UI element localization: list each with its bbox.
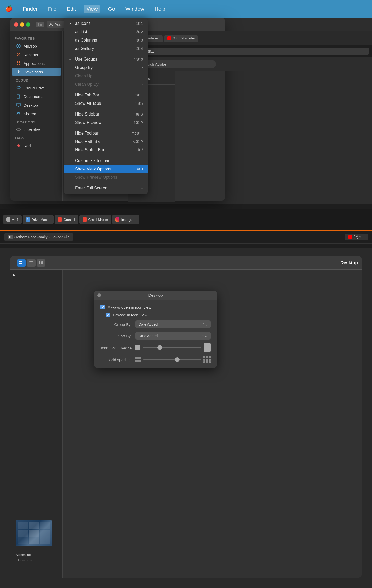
sidebar-toggle-button[interactable] — [36, 22, 44, 27]
svg-rect-7 — [17, 61, 18, 63]
menu-item-show-all-tabs[interactable]: Show All Tabs ⇧⌘ \ — [64, 99, 148, 108]
icon-size-row: Icon size: 64×64 — [100, 343, 211, 352]
sidebar-item-downloads[interactable]: Downloads — [12, 68, 61, 76]
menu-hide-status-bar-label: Hide Status Bar — [75, 148, 104, 152]
menu-item-show-preview[interactable]: Show Preview ⇧⌘ P — [64, 118, 148, 127]
browse-icon-label: Browse in icon view — [113, 313, 147, 317]
view-columns-button[interactable] — [37, 259, 45, 267]
menu-item-as-list[interactable]: as List ⌘ 2 — [64, 28, 148, 36]
recents-icon — [16, 52, 21, 57]
tab-drive-maxim[interactable]: D Drive Maxim — [23, 215, 54, 224]
sidebar-item-applications[interactable]: Applications — [12, 59, 61, 67]
group-by-value: Date Added — [139, 322, 158, 326]
sidebar-item-red-tag[interactable]: Red — [12, 141, 61, 150]
minimize-button[interactable] — [20, 22, 24, 27]
dialog-close-button[interactable] — [97, 293, 101, 297]
close-button[interactable] — [14, 22, 18, 27]
menu-finder[interactable]: Finder — [21, 5, 40, 13]
always-open-checkbox[interactable] — [100, 305, 105, 309]
separator-1 — [64, 54, 148, 54]
menu-go[interactable]: Go — [106, 5, 117, 13]
tab-instagram-label: Instagram — [121, 218, 136, 222]
dafont-tab-label: Gotham Font Family - DaFont File — [14, 235, 70, 239]
menu-item-group-by[interactable]: Group By › — [64, 64, 148, 72]
sidebar-item-recents[interactable]: Recents — [12, 50, 61, 59]
no-checkmark2 — [69, 38, 73, 43]
sidebar-desktop-label: Desktop — [24, 103, 38, 107]
menu-show-view-options-label: Show View Options — [75, 167, 111, 171]
documents-icon — [16, 94, 21, 99]
separator-3 — [64, 109, 148, 109]
menu-as-columns-label: as Columns — [75, 38, 97, 43]
tab-instagram[interactable]: Instagram — [112, 215, 139, 224]
svg-rect-24 — [21, 263, 22, 264]
screenshot-thumbnail[interactable] — [16, 520, 52, 546]
menu-file[interactable]: File — [46, 5, 59, 13]
sidebar-item-documents[interactable]: Documents — [12, 92, 61, 101]
tab-youtube[interactable]: (135) YouTube — [164, 35, 198, 42]
menu-as-list-label: as List — [75, 30, 87, 34]
sidebar-item-icloud-drive[interactable]: iCloud Drive — [12, 84, 61, 92]
menu-item-as-columns[interactable]: as Columns ⌘ 3 — [64, 36, 148, 44]
menu-hide-sidebar-shortcut: ⌃⌘ S — [133, 112, 143, 116]
menu-hide-status-shortcut: ⌘ / — [137, 148, 143, 152]
grid-slider-thumb-icon[interactable] — [175, 357, 180, 362]
view-icons-button[interactable] — [17, 259, 26, 267]
svg-rect-21 — [19, 261, 21, 262]
grid-spacing-slider[interactable] — [143, 359, 201, 360]
menu-item-use-groups[interactable]: ✓ Use Groups ⌃⌘ 0 — [64, 55, 148, 64]
bottom-main-area: Desktop Always open in icon view Browse … — [63, 270, 362, 578]
sidebar-item-onedrive[interactable]: OneDrive — [12, 125, 61, 134]
no-checkmark4 — [69, 66, 73, 70]
maximize-button[interactable] — [26, 22, 30, 27]
slider-thumb-icon[interactable] — [157, 345, 162, 350]
youtube-mid-favicon-icon — [348, 235, 352, 239]
menu-item-show-view-options[interactable]: Show View Options ⌘ J — [64, 165, 148, 173]
menu-hide-path-bar-label: Hide Path Bar — [75, 139, 101, 144]
menu-help[interactable]: Help — [152, 5, 167, 13]
sidebar-airdrop-label: AirDrop — [24, 44, 37, 48]
tab-gmail-maxim[interactable]: Gmail Maxim — [79, 215, 111, 224]
view-list-button[interactable] — [27, 259, 36, 267]
menu-item-hide-path-bar[interactable]: Hide Path Bar ⌥⌘ P — [64, 137, 148, 146]
sidebar-recents-label: Recents — [24, 53, 38, 57]
tab-dafont[interactable]: D Gotham Font Family - DaFont File — [4, 233, 73, 241]
sidebar-documents-label: Documents — [24, 94, 43, 99]
menu-item-as-gallery[interactable]: as Gallery ⌘ 4 — [64, 44, 148, 53]
youtube-favicon-icon — [167, 36, 171, 40]
sidebar-item-desktop[interactable]: Desktop — [12, 101, 61, 109]
always-open-label: Always open in icon view — [108, 305, 151, 309]
menu-item-clean-up-by: Clean Up By › — [64, 80, 148, 89]
menu-window[interactable]: Window — [123, 5, 146, 13]
sidebar-onedrive-label: OneDrive — [24, 128, 40, 132]
sidebar-item-airdrop[interactable]: AirDrop — [12, 42, 61, 50]
menu-item-hide-sidebar[interactable]: Hide Sidebar ⌃⌘ S — [64, 110, 148, 118]
icon-size-slider[interactable] — [143, 347, 201, 348]
tab-gmail1-icon — [58, 217, 62, 222]
svg-rect-9 — [17, 64, 18, 65]
menu-clean-up-label: Clean Up — [75, 74, 93, 78]
menu-show-preview-options-label: Show Preview Options — [75, 175, 117, 180]
menu-item-customize-toolbar[interactable]: Customize Toolbar... — [64, 157, 148, 165]
menu-item-hide-status-bar[interactable]: Hide Status Bar ⌘ / — [64, 146, 148, 154]
tab-youtube-mid[interactable]: (7) Y... — [345, 234, 368, 240]
menu-view[interactable]: View — [84, 5, 100, 13]
menu-item-enter-full-screen[interactable]: Enter Full Screen F — [64, 184, 148, 192]
browser-url-input[interactable]: with anoth... — [131, 48, 369, 55]
group-by-dropdown[interactable]: Date Added ⌃⌄ — [135, 320, 211, 328]
sort-by-dropdown[interactable]: Date Added ⌃⌄ — [135, 332, 211, 340]
apple-logo-icon[interactable]: 🍎 — [5, 5, 12, 12]
svg-rect-8 — [19, 61, 20, 63]
sidebar-item-shared[interactable]: Shared — [12, 109, 61, 118]
dialog-body: Always open in icon view Browse in icon … — [94, 300, 217, 368]
submenu-arrow-icon: › — [142, 66, 143, 70]
menu-edit[interactable]: Edit — [65, 5, 78, 13]
browse-icon-checkbox[interactable] — [106, 313, 110, 317]
menu-item-hide-tab-bar[interactable]: Hide Tab Bar ⇧⌘ T — [64, 91, 148, 99]
tab-ve1[interactable]: ve 1 — [3, 215, 22, 224]
menu-item-hide-toolbar[interactable]: Hide Toolbar ⌥⌘ T — [64, 129, 148, 137]
no-checkmark — [69, 30, 73, 34]
menu-item-as-icons[interactable]: ✓ as Icons ⌘ 1 — [64, 19, 148, 28]
dialog-title-text: Desktop — [148, 293, 163, 297]
tab-gmail1[interactable]: Gmail 1 — [55, 215, 78, 224]
